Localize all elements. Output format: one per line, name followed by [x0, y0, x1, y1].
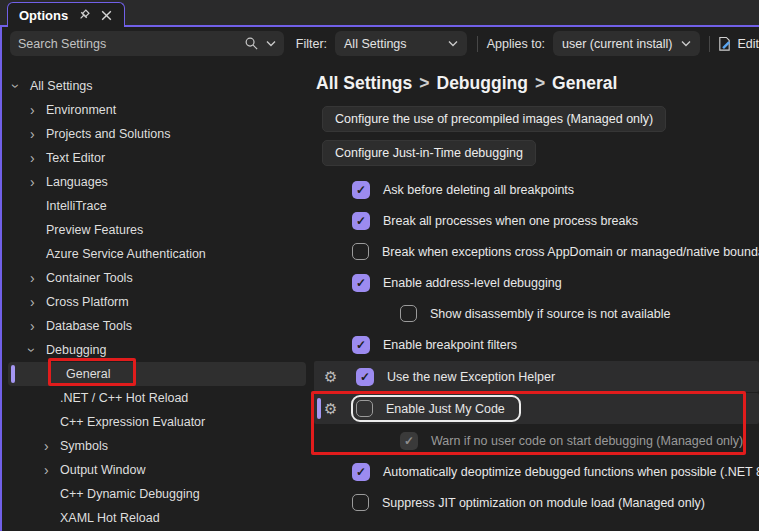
sidebar-item-label: Container Tools [46, 271, 133, 285]
chevron-icon[interactable] [30, 175, 46, 189]
sidebar-item-container-tools[interactable]: Container Tools [2, 266, 310, 290]
sidebar-item-environment[interactable]: Environment [2, 98, 310, 122]
sidebar-item-cross-platform[interactable]: Cross Platform [2, 290, 310, 314]
configure-precompiled-images-button[interactable]: Configure the use of precompiled images … [322, 106, 666, 132]
breadcrumb-separator: > [535, 73, 545, 93]
checkbox-checked[interactable] [352, 463, 370, 481]
sidebar-item-label: C++ Expression Evaluator [60, 415, 205, 429]
checkbox-unchecked[interactable] [352, 494, 369, 511]
setting-focus-wrap: Suppress JIT optimization on module load… [352, 494, 705, 511]
applies-to-label: Applies to: [487, 37, 545, 51]
sidebar-item-text-editor[interactable]: Text Editor [2, 146, 310, 170]
sidebar-item-projects-and-solutions[interactable]: Projects and Solutions [2, 122, 310, 146]
sidebar-item-output-window[interactable]: Output Window [2, 458, 310, 482]
sidebar-item-label: Azure Service Authentication [46, 247, 206, 261]
setting-row-show-disassembly-if-source-is-not-availa: Show disassembly if source is not availa… [310, 298, 759, 329]
checkbox-unchecked[interactable] [356, 400, 373, 417]
checkbox-checked[interactable] [352, 181, 370, 199]
filter-value: All Settings [344, 37, 407, 51]
gear-icon[interactable]: ⚙ [324, 369, 337, 384]
setting-focus-wrap: Break when exceptions cross AppDomain or… [352, 243, 759, 260]
sidebar-item-label: Debugging [46, 343, 106, 357]
sidebar-item-label: Projects and Solutions [46, 127, 170, 141]
edit-label: Edit [737, 37, 759, 51]
close-icon[interactable] [100, 9, 113, 22]
tab-options[interactable]: Options [7, 2, 125, 27]
search-box[interactable] [10, 31, 284, 56]
checkbox-checked[interactable] [352, 212, 370, 230]
options-window: Options [0, 0, 759, 531]
checkbox-checked[interactable] [356, 368, 374, 386]
checkbox-unchecked[interactable] [400, 305, 417, 322]
setting-label: Suppress JIT optimization on module load… [382, 496, 705, 510]
sidebar-item-general[interactable]: General [8, 362, 306, 386]
pin-icon[interactable] [77, 8, 91, 22]
sidebar-item-database-tools[interactable]: Database Tools [2, 314, 310, 338]
setting-focus-wrap: Warn if no user code on start debugging … [400, 432, 743, 450]
setting-row-break-all-processes-when-one-process-bre: Break all processes when one process bre… [310, 205, 759, 236]
chevron-icon[interactable] [30, 127, 46, 141]
chevron-icon[interactable] [44, 439, 60, 453]
chevron-icon[interactable] [30, 319, 46, 333]
sidebar-item-label: Symbols [60, 439, 108, 453]
checkbox-checked[interactable] [352, 336, 370, 354]
sidebar-item-label: Preview Features [46, 223, 143, 237]
edit-settings-button[interactable]: Edit [717, 36, 759, 52]
sidebar-item-label: Languages [46, 175, 108, 189]
toolbar: Filter: All Settings Applies to: user (c… [2, 27, 759, 60]
chevron-icon[interactable] [30, 271, 46, 285]
sidebar-item-all-settings[interactable]: All Settings [2, 74, 310, 98]
sidebar-tree: All Settings Environment Projects and So… [2, 60, 310, 531]
sidebar-item-label: XAML Hot Reload [60, 511, 160, 525]
setting-focus-wrap: Ask before deleting all breakpoints [352, 181, 574, 199]
sidebar-item-c-dynamic-debugging[interactable]: C++ Dynamic Debugging [2, 482, 310, 506]
setting-row-automatically-deoptimize-debugged-functi: Automatically deoptimize debugged functi… [310, 456, 759, 487]
checkbox-unchecked[interactable] [352, 243, 369, 260]
tab-title: Options [19, 8, 68, 23]
setting-label: Enable breakpoint filters [383, 338, 517, 352]
settings-list: Ask before deleting all breakpoints Brea… [310, 174, 759, 518]
breadcrumb: All Settings>Debugging>General [316, 73, 759, 94]
setting-focus-wrap: Enable breakpoint filters [352, 336, 517, 354]
sidebar-item-label: All Settings [30, 79, 93, 93]
breadcrumb-all-settings[interactable]: All Settings [316, 73, 412, 93]
selected-accent-bar [11, 365, 15, 383]
chevron-icon[interactable] [30, 151, 46, 165]
chevron-icon[interactable] [30, 295, 46, 309]
setting-focus-wrap: Enable Just My Code [351, 395, 521, 422]
breadcrumb-debugging[interactable]: Debugging [437, 73, 528, 93]
gear-icon[interactable]: ⚙ [324, 401, 337, 416]
setting-row-suppress-jit-optimization-on-module-load: Suppress JIT optimization on module load… [310, 487, 759, 518]
chevron-icon[interactable] [14, 79, 30, 93]
setting-focus-wrap: Show disassembly if source is not availa… [400, 305, 670, 322]
sidebar-item-preview-features[interactable]: Preview Features [2, 218, 310, 242]
setting-focus-wrap: Use the new Exception Helper [356, 368, 555, 386]
sidebar-item-debugging[interactable]: Debugging [2, 338, 310, 362]
setting-label: Automatically deoptimize debugged functi… [383, 465, 759, 479]
sidebar-item-intellitrace[interactable]: IntelliTrace [2, 194, 310, 218]
search-dropdown-chevron-icon[interactable] [266, 40, 276, 47]
filter-dropdown[interactable]: All Settings [335, 31, 467, 56]
toolbar-separator [709, 36, 710, 52]
search-icon [244, 36, 259, 51]
sidebar-item-languages[interactable]: Languages [2, 170, 310, 194]
configure-jit-debugging-button[interactable]: Configure Just-in-Time debugging [322, 140, 536, 166]
checkbox-disabled [400, 432, 418, 450]
sidebar-item-symbols[interactable]: Symbols [2, 434, 310, 458]
sidebar-item-label: Database Tools [46, 319, 132, 333]
chevron-icon[interactable] [30, 103, 46, 117]
sidebar-item-azure-service-authentication[interactable]: Azure Service Authentication [2, 242, 310, 266]
chevron-down-icon [448, 40, 458, 47]
chevron-icon[interactable] [44, 463, 60, 477]
setting-focus-wrap: Enable address-level debugging [352, 274, 562, 292]
setting-label: Break when exceptions cross AppDomain or… [382, 245, 759, 259]
chevron-icon[interactable] [30, 343, 46, 357]
sidebar-item-net-c-hot-reload[interactable]: .NET / C++ Hot Reload [2, 386, 310, 410]
sidebar-item-xaml-hot-reload[interactable]: XAML Hot Reload [2, 506, 310, 530]
checkbox-checked[interactable] [352, 274, 370, 292]
sidebar-item-label: Text Editor [46, 151, 105, 165]
sidebar-item-label: C++ Dynamic Debugging [60, 487, 200, 501]
applies-to-dropdown[interactable]: user (current install) [553, 31, 699, 56]
search-input[interactable] [18, 37, 244, 51]
sidebar-item-c-expression-evaluator[interactable]: C++ Expression Evaluator [2, 410, 310, 434]
